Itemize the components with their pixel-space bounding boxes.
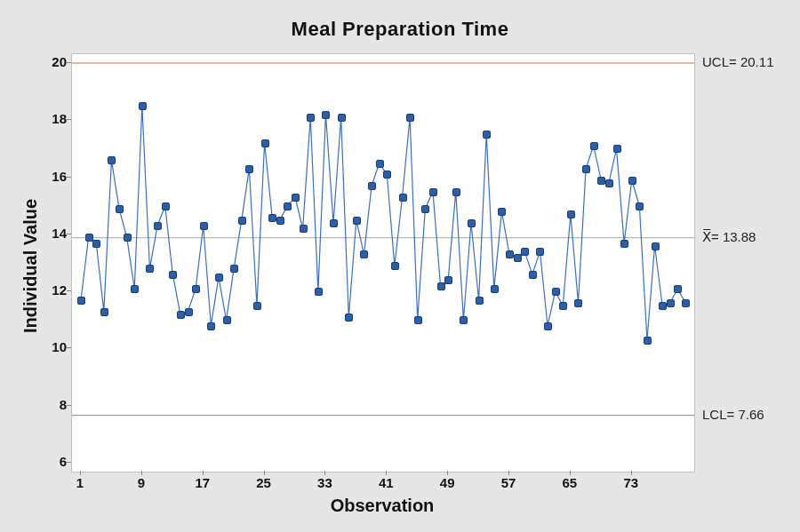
x-tick-label: 41 xyxy=(372,475,399,490)
x-tick-mark xyxy=(203,471,204,475)
x-axis-label: Observation xyxy=(71,496,693,516)
data-point xyxy=(636,202,644,210)
data-point xyxy=(131,285,139,293)
data-point xyxy=(406,114,414,122)
data-point xyxy=(574,299,582,307)
data-point xyxy=(444,276,452,284)
data-point xyxy=(169,271,177,279)
y-tick-label: 12 xyxy=(31,282,67,298)
data-point xyxy=(368,182,376,190)
data-point xyxy=(300,225,308,233)
series-line xyxy=(81,106,685,340)
data-point xyxy=(628,177,636,185)
y-tick-label: 14 xyxy=(31,226,67,241)
data-point xyxy=(376,160,384,168)
x-tick-mark xyxy=(570,471,571,475)
data-point xyxy=(605,179,613,187)
data-point xyxy=(468,219,476,227)
x-tick-mark xyxy=(631,471,632,475)
data-point xyxy=(514,254,522,262)
y-tick-mark xyxy=(67,290,71,291)
data-point xyxy=(116,205,124,213)
x-tick-mark xyxy=(324,471,325,475)
data-point xyxy=(192,285,200,293)
data-point xyxy=(552,288,560,296)
data-point xyxy=(360,250,368,258)
data-point xyxy=(276,217,284,225)
data-point xyxy=(521,248,529,256)
data-point xyxy=(421,205,429,213)
y-tick-mark xyxy=(67,119,71,120)
x-tick-label: 49 xyxy=(434,475,460,490)
x-tick-mark xyxy=(386,471,387,475)
y-tick-mark xyxy=(67,234,71,234)
data-point xyxy=(590,142,598,150)
x-tick-mark xyxy=(264,471,265,475)
data-point xyxy=(582,165,590,173)
data-point xyxy=(620,240,628,248)
y-tick-mark xyxy=(67,347,71,348)
x-tick-label: 17 xyxy=(189,475,216,490)
data-point xyxy=(108,156,116,164)
data-point xyxy=(429,188,437,196)
y-tick-label: 8 xyxy=(31,397,67,412)
x-tick-label: 9 xyxy=(128,475,155,490)
data-point xyxy=(667,299,675,307)
x-tick-mark xyxy=(141,471,142,475)
chart-lines-svg xyxy=(72,54,694,472)
data-point xyxy=(399,194,407,202)
data-point xyxy=(185,308,193,316)
ref-label-LCL: LCL= 7.66 xyxy=(702,407,764,422)
data-point xyxy=(460,316,468,324)
data-point xyxy=(476,297,484,305)
data-point xyxy=(674,285,682,293)
data-point xyxy=(139,102,147,110)
data-point xyxy=(215,274,223,282)
data-point xyxy=(315,288,323,296)
data-point xyxy=(383,171,391,179)
data-point xyxy=(284,202,292,210)
ref-label-UCL: UCL= 20.11 xyxy=(702,54,773,69)
data-point xyxy=(353,217,361,225)
data-point xyxy=(437,282,445,290)
y-tick-label: 18 xyxy=(31,111,67,126)
data-point xyxy=(682,299,690,307)
x-tick-label: 25 xyxy=(251,475,277,490)
data-point xyxy=(391,262,399,270)
y-tick-label: 6 xyxy=(31,454,67,469)
x-tick-mark xyxy=(508,471,509,475)
data-point xyxy=(414,316,422,324)
data-point xyxy=(330,219,338,227)
chart-container: Meal Preparation Time Individual Value O… xyxy=(0,0,800,532)
data-point xyxy=(452,188,460,196)
y-tick-mark xyxy=(67,405,71,406)
x-tick-mark xyxy=(80,471,81,475)
x-tick-label: 1 xyxy=(67,475,93,490)
data-point xyxy=(652,242,660,250)
data-point xyxy=(345,314,353,322)
data-point xyxy=(292,194,300,202)
x-tick-label: 57 xyxy=(495,475,522,490)
ref-label-Xbar: X̅= 13.88 xyxy=(702,229,756,245)
data-point xyxy=(338,114,346,122)
data-point xyxy=(77,297,85,305)
y-tick-mark xyxy=(67,62,71,63)
y-tick-mark xyxy=(67,177,71,178)
data-point xyxy=(536,248,544,256)
data-point xyxy=(529,271,537,279)
data-point xyxy=(223,316,231,324)
data-point xyxy=(483,131,491,139)
data-point xyxy=(644,337,652,345)
data-point xyxy=(200,222,208,230)
x-tick-mark xyxy=(447,471,448,475)
x-tick-label: 73 xyxy=(618,475,644,490)
data-point xyxy=(567,210,575,218)
data-point xyxy=(261,139,269,147)
data-point xyxy=(146,265,154,273)
data-point xyxy=(245,165,253,173)
data-point xyxy=(491,285,499,293)
data-point xyxy=(92,240,100,248)
data-point xyxy=(230,265,238,273)
data-point xyxy=(253,302,261,310)
data-point xyxy=(238,217,246,225)
